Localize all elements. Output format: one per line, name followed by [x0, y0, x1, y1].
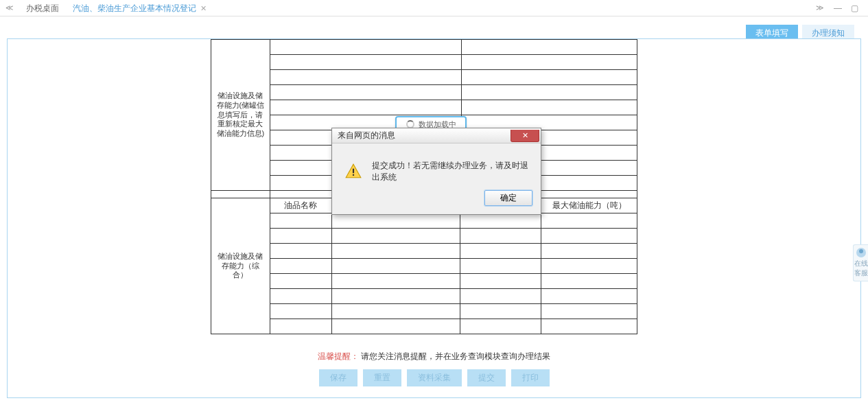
storage-summary-table: 储油设施及储存能力（综合） 油品名称 最大储油能力（吨） — [211, 198, 637, 334]
table-cell[interactable] — [462, 40, 637, 55]
dialog-close-button[interactable]: ✕ — [511, 130, 539, 142]
tip-label: 温馨提醒： — [318, 351, 359, 361]
submit-button[interactable]: 提交 — [467, 369, 506, 386]
table-cell[interactable] — [460, 319, 541, 334]
table-cell[interactable] — [460, 213, 541, 229]
table-cell[interactable] — [331, 319, 460, 334]
table-cell[interactable] — [460, 229, 541, 244]
window-minimize-button[interactable]: — — [830, 0, 846, 16]
table-cell[interactable] — [460, 289, 541, 304]
table-cell[interactable] — [270, 259, 331, 274]
table-cell[interactable] — [541, 274, 637, 289]
table-cell[interactable] — [270, 100, 462, 115]
table-cell[interactable] — [460, 304, 541, 319]
svg-rect-1 — [353, 174, 354, 176]
table-row — [211, 274, 637, 289]
help-label: 在线客服 — [854, 259, 868, 278]
table-cell[interactable] — [270, 274, 331, 289]
tabs-scroll-left-icon[interactable]: ≪ — [5, 3, 14, 12]
table-cell[interactable] — [462, 100, 637, 115]
table-cell[interactable] — [541, 229, 637, 244]
section1-header: 储油设施及储存能力(储罐信息填写后，请重新核定最大储油能力信息) — [211, 40, 270, 191]
table-cell[interactable] — [541, 304, 637, 319]
table-cell[interactable] — [331, 229, 460, 244]
table-cell[interactable] — [270, 319, 331, 334]
preview-button[interactable]: 资料采集 — [407, 369, 462, 386]
table-cell[interactable] — [270, 40, 462, 55]
svg-rect-0 — [353, 169, 354, 174]
footer: 温馨提醒： 请您关注消息提醒，并在业务查询模块查询办理结果 保存 重置 资料采集… — [8, 351, 860, 386]
section2-header: 储油设施及储存能力（综合） — [211, 198, 270, 334]
table-row: 储油设施及储存能力(储罐信息填写后，请重新核定最大储油能力信息) — [211, 40, 637, 55]
table-row — [211, 319, 637, 334]
dialog-ok-button[interactable]: 确定 — [484, 190, 532, 206]
col-oil-name: 油品名称 — [270, 198, 331, 213]
tab-close-icon[interactable]: ✕ — [200, 0, 207, 16]
table-cell[interactable] — [541, 289, 637, 304]
table-cell[interactable] — [270, 244, 331, 259]
top-tab-bar: ≪ 办税桌面 汽油、柴油生产企业基本情况登记 ✕ ≫ — ▢ — [0, 0, 868, 16]
table-cell[interactable] — [331, 213, 460, 229]
table-cell[interactable] — [270, 304, 331, 319]
table-row — [211, 70, 637, 85]
tab-home-label: 办税桌面 — [26, 0, 59, 16]
table-cell[interactable] — [270, 55, 462, 70]
table-cell[interactable] — [462, 85, 637, 100]
col-max-capacity: 最大储油能力（吨） — [541, 198, 637, 213]
table-row — [211, 289, 637, 304]
dialog-titlebar[interactable]: 来自网页的消息 ✕ — [332, 128, 541, 143]
table-row — [211, 304, 637, 319]
window-maximize-button[interactable]: ▢ — [846, 0, 863, 16]
tab-current[interactable]: 汽油、柴油生产企业基本情况登记 ✕ — [66, 0, 213, 16]
table-cell[interactable] — [541, 213, 637, 229]
table-row — [211, 55, 637, 70]
tip-text: 请您关注消息提醒，并在业务查询模块查询办理结果 — [361, 351, 550, 361]
table-row — [211, 259, 637, 274]
table-cell[interactable] — [331, 259, 460, 274]
table-cell[interactable] — [541, 244, 637, 259]
reset-button[interactable]: 重置 — [363, 369, 401, 386]
table-cell[interactable] — [460, 244, 541, 259]
table-cell[interactable] — [270, 289, 331, 304]
tab-current-label: 汽油、柴油生产企业基本情况登记 — [73, 0, 196, 16]
table-cell[interactable] — [460, 259, 541, 274]
save-button[interactable]: 保存 — [319, 369, 357, 386]
table-cell[interactable] — [270, 70, 462, 85]
table-cell[interactable] — [462, 55, 637, 70]
content-frame: 储油设施及储存能力(储罐信息填写后，请重新核定最大储油能力信息) 储油设施及储存… — [7, 38, 861, 398]
table-cell[interactable] — [270, 85, 462, 100]
table-row — [211, 85, 637, 100]
table-cell[interactable] — [331, 244, 460, 259]
table-cell[interactable] — [331, 289, 460, 304]
tabs-scroll-right-icon[interactable]: ≫ — [816, 3, 824, 12]
help-avatar-icon — [856, 248, 866, 257]
table-row — [211, 100, 637, 115]
online-help-button[interactable]: 在线客服 — [853, 244, 868, 281]
table-cell[interactable] — [331, 304, 460, 319]
table-cell[interactable] — [541, 319, 637, 334]
table-row — [211, 229, 637, 244]
table-row — [211, 213, 637, 229]
warning-icon — [344, 163, 362, 181]
tab-home[interactable]: 办税桌面 — [19, 0, 66, 16]
dialog-title: 来自网页的消息 — [338, 130, 395, 141]
table-cell[interactable] — [270, 229, 331, 244]
table-cell[interactable] — [460, 274, 541, 289]
dialog-message: 提交成功！若无需继续办理业务，请及时退出系统 — [372, 160, 528, 183]
table-row — [211, 244, 637, 259]
table-cell[interactable] — [462, 70, 637, 85]
close-icon: ✕ — [522, 131, 528, 140]
print-button[interactable]: 打印 — [511, 369, 550, 386]
table-cell[interactable] — [270, 213, 331, 229]
table-cell[interactable] — [541, 259, 637, 274]
message-dialog: 来自网页的消息 ✕ 提交成功！若无需继续办理业务，请及时退出系统 确定 — [331, 128, 541, 215]
table-cell[interactable] — [331, 274, 460, 289]
